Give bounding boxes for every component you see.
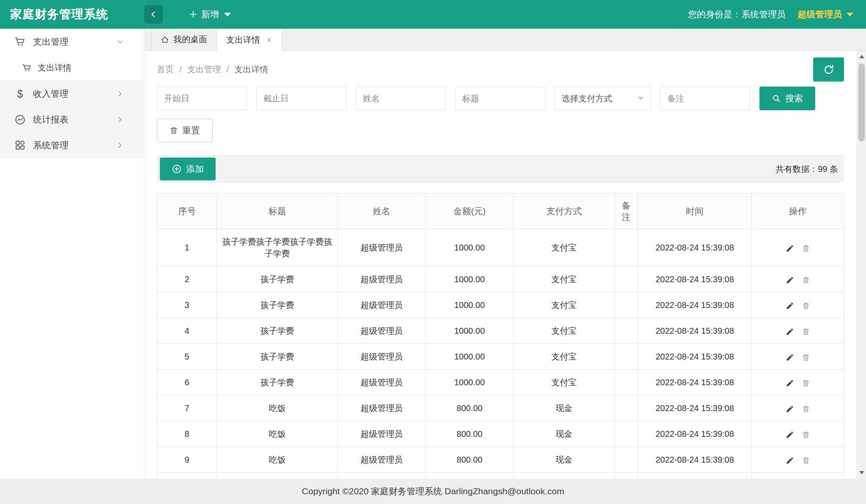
row-title: 孩子学费: [217, 318, 338, 344]
tab-my-desktop[interactable]: 我的桌面: [151, 29, 217, 50]
delete-icon[interactable]: [802, 405, 810, 413]
row-method: 支付宝: [513, 292, 614, 318]
reset-button[interactable]: 重置: [157, 119, 213, 142]
table-row: 1孩子学费孩子学费孩子学费孩子学费超级管理员1000.00支付宝2022-08-…: [157, 229, 844, 267]
breadcrumb-expense-mgmt[interactable]: 支出管理: [187, 64, 221, 75]
row-amount: 1000.00: [425, 370, 513, 395]
chevron-down-icon: [224, 13, 231, 16]
main-content: 我的桌面 支出详情 首页 / 支出管理 / 支出详情: [144, 29, 866, 479]
row-amount: 1000.00: [425, 344, 513, 370]
sidebar-item-label: 支出管理: [33, 36, 69, 48]
sidebar-item-system-mgmt[interactable]: 系统管理: [0, 132, 144, 158]
edit-icon[interactable]: [786, 327, 794, 336]
row-amount: 800.00: [425, 395, 513, 421]
row-time: 2022-08-24 15:39:08: [638, 370, 752, 395]
edit-icon[interactable]: [786, 353, 794, 362]
edit-icon[interactable]: [786, 379, 794, 387]
chevron-left-icon: [149, 10, 158, 19]
refresh-button[interactable]: [813, 57, 844, 82]
row-amount: 1000.00: [425, 318, 513, 344]
search-button[interactable]: 搜索: [759, 87, 815, 110]
delete-icon[interactable]: [802, 456, 810, 465]
role-label: 超级管理员: [797, 8, 842, 20]
breadcrumb-row: 首页 / 支出管理 / 支出详情: [157, 57, 844, 82]
total-count-text: 共有数据：99 条: [776, 163, 838, 175]
breadcrumb: 首页 / 支出管理 / 支出详情: [157, 64, 268, 75]
chart-icon: [14, 114, 26, 125]
plus-circle-icon: [172, 164, 182, 174]
row-remark: [614, 473, 638, 479]
tab-expense-detail[interactable]: 支出详情: [217, 29, 282, 51]
row-name: 超级管理员: [338, 370, 426, 395]
delete-icon[interactable]: [802, 302, 810, 310]
add-button[interactable]: 添加: [160, 158, 216, 180]
row-title: 孩子学费: [217, 267, 338, 292]
row-no: 6: [157, 370, 217, 395]
edit-icon[interactable]: [786, 276, 794, 284]
edit-icon[interactable]: [786, 244, 794, 253]
scroll-thumb[interactable]: [858, 63, 865, 142]
delete-icon[interactable]: [802, 379, 810, 387]
chevron-right-icon: [116, 90, 124, 98]
delete-icon[interactable]: [802, 276, 810, 284]
add-button-label: 添加: [186, 163, 204, 175]
delete-icon[interactable]: [802, 327, 810, 336]
identity-text: 您的身份是：系统管理员: [688, 8, 786, 20]
refresh-icon: [823, 64, 835, 76]
row-name: 超级管理员: [338, 229, 426, 267]
select-value: 选择支付方式: [562, 93, 612, 104]
row-amount: 1000.00: [425, 229, 513, 267]
delete-icon[interactable]: [802, 353, 810, 362]
cart-icon: [22, 63, 32, 73]
tab-bar: 我的桌面 支出详情: [144, 29, 866, 51]
table-header-row: 序号 标题 姓名 金额(元) 支付方式 备注 时间 操作: [157, 193, 844, 229]
title-input[interactable]: [455, 87, 545, 110]
edit-icon[interactable]: [786, 456, 794, 465]
edit-icon[interactable]: [786, 405, 794, 413]
col-header-amount: 金额(元): [425, 193, 513, 229]
row-amount: 800.00: [425, 447, 513, 473]
chevron-down-icon: [847, 13, 853, 16]
col-header-actions: 操作: [752, 193, 844, 229]
scroll-up-button[interactable]: [857, 52, 866, 62]
row-no: 5: [157, 344, 217, 370]
sidebar-item-label: 系统管理: [33, 139, 69, 151]
add-new-dropdown[interactable]: 新增: [189, 8, 231, 20]
row-remark: [614, 318, 638, 344]
payment-method-select[interactable]: 选择支付方式: [554, 87, 651, 110]
row-method: 现金: [513, 447, 614, 473]
edit-icon[interactable]: [786, 430, 794, 439]
search-icon: [772, 94, 781, 103]
table-toolbar: 添加 共有数据：99 条: [157, 155, 844, 183]
start-date-input[interactable]: [157, 87, 247, 110]
row-title: 孩子学费: [217, 292, 338, 318]
sidebar-item-report[interactable]: 统计报表: [0, 106, 144, 132]
sidebar-item-income-mgmt[interactable]: $ 收入管理: [0, 81, 144, 106]
row-no: 3: [157, 292, 217, 318]
sidebar-item-expense-mgmt[interactable]: 支出管理: [0, 29, 144, 54]
delete-icon[interactable]: [802, 430, 810, 439]
delete-icon[interactable]: [802, 244, 810, 253]
edit-icon[interactable]: [786, 302, 794, 310]
row-no: 2: [157, 267, 217, 292]
sidebar-collapse-button[interactable]: [144, 5, 163, 24]
row-time: 2022-08-24 15:39:08: [638, 421, 752, 447]
role-dropdown[interactable]: 超级管理员: [797, 8, 853, 20]
vertical-scrollbar[interactable]: [857, 51, 866, 479]
row-name: 超级管理员: [338, 473, 426, 479]
row-title: 孩子学费孩子学费孩子学费孩子学费: [217, 229, 338, 267]
sidebar-item-expense-detail[interactable]: 支出详情: [0, 54, 144, 81]
row-title: 吃饭: [217, 447, 338, 473]
close-icon[interactable]: [266, 37, 272, 43]
row-amount: 800.00: [425, 421, 513, 447]
remark-input[interactable]: [660, 87, 750, 110]
scroll-down-button[interactable]: [857, 468, 866, 478]
breadcrumb-home[interactable]: 首页: [157, 64, 174, 75]
table-row: 5孩子学费超级管理员1000.00支付宝2022-08-24 15:39:08: [157, 344, 844, 370]
row-title: 孩子学费: [217, 344, 338, 370]
name-input[interactable]: [356, 87, 446, 110]
col-header-remark: 备注: [614, 193, 638, 229]
row-method: 支付宝: [513, 318, 614, 344]
main-layout: 支出管理 支出详情 $ 收入管理 统计报表: [0, 29, 866, 479]
end-date-input[interactable]: [256, 87, 346, 110]
